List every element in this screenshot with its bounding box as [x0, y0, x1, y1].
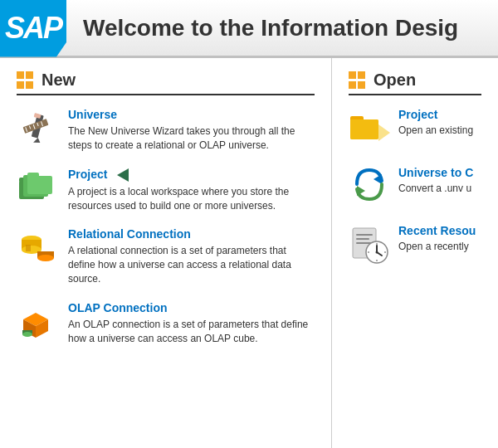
open-universe-title: Universe to C: [398, 166, 473, 179]
open-recent-icon: [349, 224, 390, 265]
svg-rect-14: [27, 173, 39, 178]
header-title: Welcome to the Information Desig: [83, 15, 458, 41]
svg-rect-21: [26, 245, 31, 251]
header: SAP Welcome to the Information Desig: [0, 0, 498, 58]
universe-title: Universe: [68, 108, 315, 121]
svg-point-20: [37, 255, 54, 261]
svg-point-27: [22, 332, 32, 337]
open-project-title: Project: [398, 108, 473, 121]
svg-rect-2: [33, 113, 41, 119]
open-recent-title: Recent Resou: [398, 224, 476, 237]
relational-connection-item[interactable]: Relational Connection A relational conne…: [17, 227, 315, 285]
relational-connection-icon: [17, 227, 58, 269]
open-project-content: Project Open an existing: [398, 108, 473, 138]
olap-connection-item[interactable]: OLAP Connection An OLAP connection is a …: [17, 301, 315, 346]
open-universe-item[interactable]: Universe to C Convert a .unv u: [349, 166, 481, 207]
project-new-icon: [17, 168, 58, 209]
svg-point-42: [376, 251, 378, 254]
panel-open: Open Project Open an existing: [332, 58, 498, 448]
svg-marker-31: [378, 124, 390, 141]
olap-connection-title: OLAP Connection: [68, 301, 315, 314]
sap-logo: SAP: [0, 0, 66, 57]
svg-marker-32: [374, 174, 382, 184]
sap-logo-text: SAP: [5, 11, 61, 46]
svg-marker-33: [357, 186, 365, 196]
open-recent-desc: Open a recently: [398, 240, 476, 254]
svg-marker-1: [33, 137, 42, 144]
svg-rect-13: [27, 176, 52, 194]
open-universe-desc: Convert a .unv u: [398, 182, 473, 196]
open-divider: [349, 94, 481, 95]
universe-desc: The New Universe Wizard takes you throug…: [68, 124, 315, 153]
open-project-item[interactable]: Project Open an existing: [349, 108, 481, 149]
panel-new: New Univers: [0, 58, 332, 448]
olap-connection-desc: An OLAP connection is a set of parameter…: [68, 318, 315, 346]
svg-rect-35: [356, 234, 373, 236]
svg-rect-30: [350, 119, 378, 139]
project-new-desc: A project is a local workspace where you…: [68, 185, 315, 213]
relational-connection-title: Relational Connection: [68, 227, 315, 241]
olap-connection-icon: [17, 301, 58, 343]
universe-icon: [17, 108, 58, 149]
new-project-item[interactable]: Project A project is a local workspace w…: [17, 168, 315, 213]
open-project-icon: [349, 108, 390, 149]
open-recent-content: Recent Resou Open a recently: [398, 224, 476, 254]
project-new-title: Project: [68, 168, 315, 182]
new-divider: [17, 94, 315, 95]
open-universe-content: Universe to C Convert a .unv u: [398, 166, 473, 196]
main-content: New Univers: [0, 58, 498, 448]
open-universe-icon: [349, 166, 390, 207]
new-universe-item[interactable]: Universe The New Universe Wizard takes y…: [17, 108, 315, 153]
open-section-title: Open: [374, 71, 416, 90]
universe-content: Universe The New Universe Wizard takes y…: [68, 108, 315, 153]
olap-connection-content: OLAP Connection An OLAP connection is a …: [68, 301, 315, 346]
new-section-header: New: [17, 71, 315, 90]
open-section-icon: [349, 71, 367, 90]
new-section-icon: [17, 71, 35, 90]
open-section-header: Open: [349, 71, 481, 90]
svg-rect-36: [356, 238, 369, 240]
project-arrow-icon: [117, 168, 129, 182]
project-new-content: Project A project is a local workspace w…: [68, 168, 315, 213]
open-project-desc: Open an existing: [398, 124, 473, 138]
new-section-title: New: [42, 71, 76, 90]
open-recent-item[interactable]: Recent Resou Open a recently: [349, 224, 481, 265]
relational-connection-desc: A relational connection is a set of para…: [68, 244, 315, 285]
relational-connection-content: Relational Connection A relational conne…: [68, 227, 315, 285]
